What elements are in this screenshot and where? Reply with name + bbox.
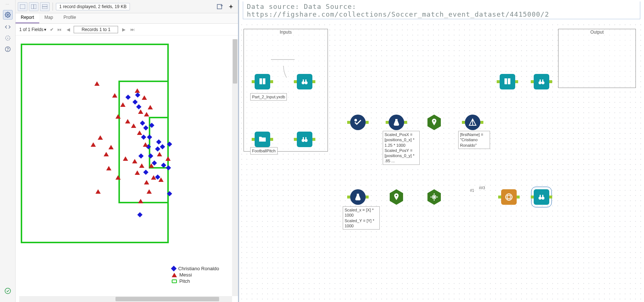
data-point: [151, 175, 156, 180]
svg-point-4: [7, 50, 8, 51]
svg-rect-17: [305, 79, 306, 82]
records-range: Records 1 to 1: [74, 26, 118, 33]
tool-formula1[interactable]: [389, 115, 404, 130]
output-container[interactable]: Output: [558, 29, 636, 88]
svg-point-18: [302, 139, 305, 142]
record-status: 1 record displayed, 2 fields, 19 KB: [56, 3, 130, 10]
svg-rect-43: [542, 79, 543, 82]
svg-point-14: [302, 81, 305, 84]
add-panel-icon[interactable]: [215, 2, 225, 11]
data-point: [138, 199, 143, 203]
legend-label-1: Messi: [179, 272, 192, 278]
tool-formula2[interactable]: [350, 189, 366, 205]
chevron-down-icon: ▾: [44, 27, 46, 32]
svg-point-40: [539, 81, 541, 84]
data-point: [165, 156, 171, 161]
data-source-banner: Data source: Data Source: https://figsha…: [243, 1, 640, 19]
data-point: [144, 180, 149, 184]
data-point: [142, 95, 147, 100]
data-point: [157, 152, 162, 156]
svg-rect-6: [20, 4, 25, 9]
svg-rect-21: [305, 137, 306, 139]
target-icon[interactable]: [4, 34, 11, 42]
pin-icon[interactable]: [226, 2, 236, 11]
tool-out_browse[interactable]: [534, 74, 549, 89]
data-point: [131, 123, 136, 128]
report-viewport[interactable]: Christiano Ronaldo Messi Pitch: [16, 35, 238, 302]
svg-point-19: [305, 139, 308, 142]
data-point: [115, 175, 121, 180]
tool-in1_browse[interactable]: [297, 74, 312, 89]
nav-prev-icon[interactable]: ◀: [65, 26, 71, 33]
data-point: [104, 152, 109, 156]
check-icon[interactable]: [4, 287, 11, 295]
code-icon[interactable]: [4, 23, 11, 31]
data-point: [147, 189, 152, 194]
chart-legend: Christiano Ronaldo Messi Pitch: [168, 263, 223, 287]
data-point: [139, 163, 144, 168]
data-point: [135, 88, 140, 93]
tool-in2_folder[interactable]: [255, 132, 270, 147]
data-point: [138, 109, 143, 114]
input2-filename: FootballPitch: [250, 147, 278, 155]
drag-handle-icon[interactable]: ⋯: [6, 2, 10, 6]
svg-point-2: [7, 38, 8, 38]
tab-profile[interactable]: Profile: [58, 13, 81, 23]
input1-filename: Part_2_Input.yxdb: [250, 93, 287, 101]
inputs-title: Inputs: [244, 29, 328, 35]
data-point: [115, 114, 121, 119]
workflow-canvas[interactable]: Data source: Data Source: https://figsha…: [239, 0, 644, 302]
tab-map[interactable]: Map: [39, 13, 58, 23]
data-point: [158, 177, 164, 182]
tool-select[interactable]: [350, 115, 366, 130]
svg-point-22: [355, 119, 356, 121]
svg-rect-39: [542, 195, 543, 197]
svg-rect-38: [540, 195, 541, 197]
horizontal-scrollbar[interactable]: [19, 296, 232, 302]
layout-stack-icon[interactable]: [40, 2, 50, 11]
svg-point-23: [433, 120, 435, 122]
data-point: [137, 130, 142, 135]
tool-browse_final[interactable]: [534, 189, 549, 205]
nav-last-icon[interactable]: ⏭: [129, 26, 136, 33]
vertical-scrollbar[interactable]: [232, 39, 238, 296]
tool-filter[interactable]: [465, 115, 480, 130]
data-point: [132, 159, 137, 163]
fields-label: 1 of 1 Fields: [19, 27, 43, 32]
filter-annotation: [firstName] = "Cristiano Ronaldo": [458, 131, 490, 149]
svg-point-5: [5, 288, 10, 294]
legend-triangle-icon: [172, 273, 177, 277]
nav-next-icon[interactable]: ▶: [120, 26, 127, 33]
svg-point-37: [541, 197, 544, 200]
svg-point-15: [305, 81, 308, 84]
fields-dropdown[interactable]: 1 of 1 Fields ▾: [18, 26, 48, 33]
output-title: Output: [559, 29, 635, 35]
join-port-1: #1: [470, 189, 474, 193]
svg-point-34: [506, 196, 512, 198]
view-tabs: Report Map Profile: [16, 13, 238, 24]
svg-point-36: [539, 197, 541, 200]
tool-in2_browse[interactable]: [297, 132, 312, 147]
pitch-scatter-chart: Christiano Ronaldo Messi Pitch: [19, 39, 223, 287]
layout-split-icon[interactable]: [29, 2, 38, 11]
tool-reportmap[interactable]: [501, 189, 517, 205]
results-panel: 1 record displayed, 2 fields, 19 KB Repo…: [16, 0, 239, 302]
tool-in1_folder[interactable]: [255, 74, 270, 89]
nav-first-icon[interactable]: ⏮: [56, 26, 63, 33]
legend-pitch-icon: [172, 279, 177, 283]
left-icon-bar: ⋯: [0, 0, 16, 302]
legend-label-2: Pitch: [179, 278, 190, 284]
data-point: [91, 142, 96, 147]
tab-report[interactable]: Report: [16, 13, 39, 23]
check-small-icon: ✔: [50, 27, 54, 32]
help-icon[interactable]: [4, 45, 11, 53]
formula2-annotation: Scaled_x = [X] * 1000 Scaled_Y = [Y] * 1…: [343, 206, 380, 230]
layout-single-icon[interactable]: [18, 2, 27, 11]
svg-point-35: [507, 194, 510, 200]
gear-icon[interactable]: [3, 10, 13, 20]
data-point: [98, 135, 103, 140]
data-point: [123, 156, 128, 161]
tool-out_folder[interactable]: [500, 74, 515, 89]
legend-label-0: Christiano Ronaldo: [178, 266, 219, 271]
data-point: [95, 189, 101, 194]
